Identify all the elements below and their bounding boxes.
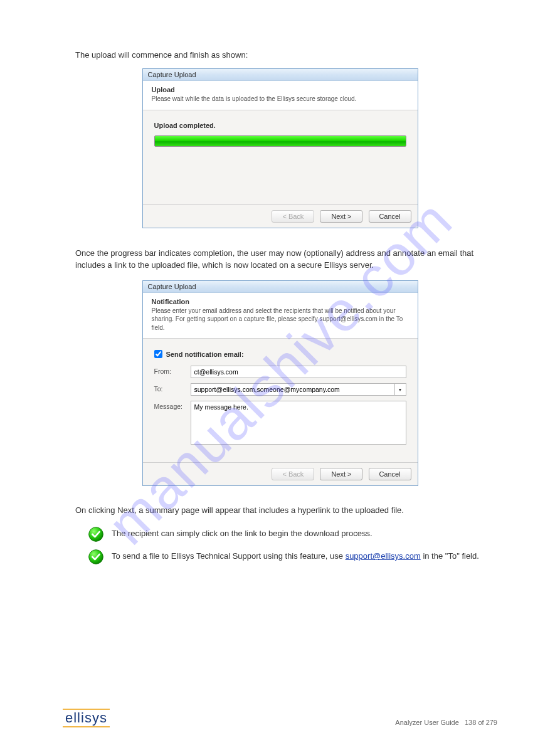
send-notification-checkbox[interactable] <box>154 350 162 358</box>
to-label: To: <box>154 383 191 396</box>
chevron-down-icon: ▾ <box>399 387 401 393</box>
notification-dialog: Capture Upload Notification Please enter… <box>142 280 418 487</box>
cancel-button[interactable]: Cancel <box>369 210 411 223</box>
dialog-title: Capture Upload <box>143 69 418 81</box>
header-desc: Please enter your email address and sele… <box>152 307 409 332</box>
svg-point-0 <box>89 527 103 542</box>
ellisys-logo: ellisys <box>63 709 110 727</box>
status-label: Upload completed. <box>154 122 406 129</box>
tip-text-1: The recipient can simply click on the li… <box>112 526 372 539</box>
between-text: Once the progress bar indicates completi… <box>75 247 485 272</box>
check-icon <box>88 549 104 565</box>
dialog-content: Upload completed. <box>143 110 418 204</box>
next-button[interactable]: Next > <box>320 468 362 480</box>
cancel-button[interactable]: Cancel <box>369 468 411 480</box>
back-button: < Back <box>272 210 314 223</box>
from-input[interactable] <box>191 366 406 378</box>
post-text: On clicking Next, a summary page will ap… <box>75 505 485 516</box>
send-notification-label: Send notification email: <box>166 351 244 358</box>
to-dropdown-button[interactable]: ▾ <box>395 383 406 396</box>
check-icon <box>88 526 104 542</box>
from-label: From: <box>154 366 191 378</box>
support-email-link[interactable]: support@ellisys.com <box>346 551 421 561</box>
message-textarea[interactable] <box>191 401 406 445</box>
dialog-header: Notification Please enter your email add… <box>143 293 418 339</box>
tip-row: To send a file to Ellisys Technical Supp… <box>88 549 485 565</box>
dialog-content: Send notification email: From: To: ▾ Mes… <box>143 339 418 462</box>
to-input[interactable] <box>191 383 395 396</box>
header-desc: Please wait while the data is uploaded t… <box>152 95 409 103</box>
progress-bar <box>154 135 406 147</box>
dialog-footer: < Back Next > Cancel <box>143 204 418 228</box>
tip-row: The recipient can simply click on the li… <box>88 526 485 542</box>
svg-point-1 <box>89 550 103 564</box>
tip-text-2: To send a file to Ellisys Technical Supp… <box>112 549 479 562</box>
header-title: Upload <box>152 86 409 93</box>
next-button[interactable]: Next > <box>320 210 362 223</box>
intro-text: The upload will commence and finish as s… <box>75 50 497 60</box>
dialog-title: Capture Upload <box>143 281 418 293</box>
dialog-header: Upload Please wait while the data is upl… <box>143 81 418 110</box>
send-email-row: Send notification email: <box>154 350 406 358</box>
dialog-footer: < Back Next > Cancel <box>143 462 418 485</box>
message-label: Message: <box>154 401 191 446</box>
header-title: Notification <box>152 298 409 305</box>
back-button: < Back <box>272 468 314 480</box>
upload-dialog: Capture Upload Upload Please wait while … <box>142 68 418 228</box>
page-footer: Analyzer User Guide 138 of 279 <box>395 719 497 726</box>
